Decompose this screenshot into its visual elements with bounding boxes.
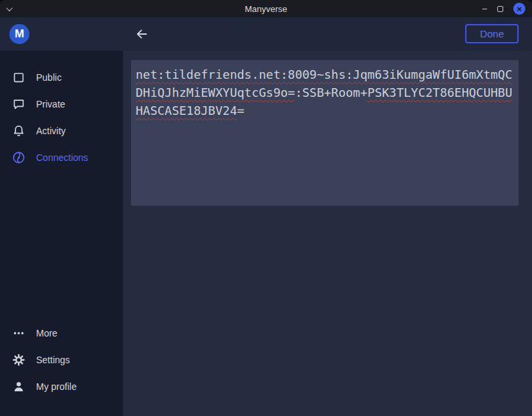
activity-icon — [11, 124, 26, 138]
back-button[interactable] — [134, 26, 150, 42]
sidebar-footer: More — [0, 320, 123, 416]
manyverse-logo: M — [9, 24, 29, 44]
window-controls: − × — [482, 3, 525, 15]
sidebar-item-private[interactable]: Private — [0, 91, 123, 118]
minimize-button[interactable]: − — [482, 4, 487, 13]
my-profile-icon — [11, 379, 26, 394]
window-title: Manyverse — [0, 4, 532, 14]
sidebar-item-label: My profile — [36, 381, 77, 392]
restore-button[interactable] — [497, 6, 503, 12]
sidebar-item-label: Settings — [36, 355, 70, 365]
manyverse-window: Manyverse − × M Done Public — [0, 0, 532, 416]
sidebar-item-connections[interactable]: Connections — [0, 144, 123, 171]
window-menu-button[interactable] — [8, 7, 13, 11]
private-icon — [11, 97, 26, 112]
sidebar: Public Private Activity — [0, 51, 123, 416]
sidebar-item-label: Connections — [36, 152, 88, 163]
sidebar-item-settings[interactable]: Settings — [0, 347, 123, 373]
sidebar-item-label: More — [36, 328, 57, 339]
settings-icon — [11, 353, 26, 367]
main-content: net:tildefriends.net:8009~shs:Jqm63iKumg… — [123, 51, 532, 416]
back-arrow-icon — [134, 27, 149, 41]
done-button[interactable]: Done — [465, 24, 519, 43]
invite-code-input[interactable]: net:tildefriends.net:8009~shs:Jqm63iKumg… — [131, 60, 519, 206]
more-icon — [11, 326, 26, 341]
invite-input-text: net:tildefriends.net:8009~shs:Jqm63iKumg… — [136, 65, 514, 120]
app-header: M Done — [0, 17, 532, 51]
sidebar-item-more[interactable]: More — [0, 320, 123, 347]
text-segment: = — [237, 103, 245, 118]
sidebar-item-label: Activity — [36, 126, 65, 136]
public-icon — [11, 70, 26, 85]
text-segment: :SSB+Room+ — [295, 85, 367, 99]
sidebar-item-activity[interactable]: Activity — [0, 118, 123, 144]
sidebar-spacer — [0, 171, 123, 320]
titlebar: Manyverse − × — [0, 0, 532, 17]
sidebar-item-my-profile[interactable]: My profile — [0, 373, 123, 400]
sidebar-item-label: Public — [36, 72, 61, 83]
close-button[interactable]: × — [513, 3, 525, 15]
content-row: Public Private Activity — [0, 51, 532, 416]
sidebar-item-label: Private — [36, 99, 65, 110]
sidebar-item-public[interactable]: Public — [0, 64, 123, 91]
connections-icon — [11, 150, 26, 165]
